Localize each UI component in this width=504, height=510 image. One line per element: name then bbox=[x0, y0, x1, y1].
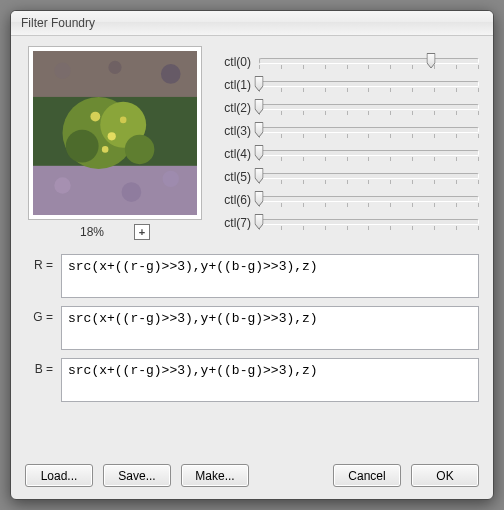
svg-point-15 bbox=[161, 64, 181, 84]
slider-row-ctl5: ctl(5) bbox=[215, 165, 479, 188]
make-button[interactable]: Make... bbox=[181, 464, 249, 487]
svg-point-12 bbox=[54, 177, 70, 193]
slider-thumb[interactable] bbox=[255, 122, 264, 138]
zoom-in-icon[interactable]: + bbox=[134, 224, 150, 240]
slider-row-ctl6: ctl(6) bbox=[215, 188, 479, 211]
slider-label: ctl(7) bbox=[215, 216, 251, 230]
sliders-panel: ctl(0)ctl(1)ctl(2)ctl(3)ctl(4)ctl(5)ctl(… bbox=[215, 46, 479, 240]
ok-button[interactable]: OK bbox=[411, 464, 479, 487]
slider-ctl5[interactable] bbox=[259, 166, 479, 188]
slider-thumb[interactable] bbox=[255, 76, 264, 92]
formula-r-label: R = bbox=[25, 254, 53, 272]
svg-point-8 bbox=[90, 112, 100, 122]
load-button[interactable]: Load... bbox=[25, 464, 93, 487]
slider-label: ctl(5) bbox=[215, 170, 251, 184]
svg-point-6 bbox=[66, 130, 99, 163]
formula-g-input[interactable]: src(x+((r-g)>>3),y+((b-g)>>3),z) bbox=[61, 306, 479, 350]
slider-row-ctl0: ctl(0) bbox=[215, 50, 479, 73]
svg-point-10 bbox=[120, 117, 127, 124]
slider-label: ctl(0) bbox=[215, 55, 251, 69]
formula-b-input[interactable]: src(x+((r-g)>>3),y+((b-g)>>3),z) bbox=[61, 358, 479, 402]
svg-point-11 bbox=[102, 146, 109, 153]
slider-ctl3[interactable] bbox=[259, 120, 479, 142]
slider-label: ctl(1) bbox=[215, 78, 251, 92]
slider-thumb[interactable] bbox=[255, 214, 264, 230]
slider-label: ctl(6) bbox=[215, 193, 251, 207]
slider-ctl2[interactable] bbox=[259, 97, 479, 119]
slider-ctl7[interactable] bbox=[259, 212, 479, 234]
svg-point-14 bbox=[163, 171, 179, 187]
button-row: Load... Save... Make... Cancel OK bbox=[25, 456, 479, 487]
svg-point-9 bbox=[108, 132, 116, 140]
formula-b-label: B = bbox=[25, 358, 53, 376]
slider-ctl6[interactable] bbox=[259, 189, 479, 211]
svg-point-7 bbox=[125, 135, 155, 165]
slider-label: ctl(4) bbox=[215, 147, 251, 161]
slider-row-ctl7: ctl(7) bbox=[215, 211, 479, 234]
formula-r-input[interactable]: src(x+((r-g)>>3),y+((b-g)>>3),z) bbox=[61, 254, 479, 298]
dialog-window: Filter Foundry bbox=[10, 10, 494, 500]
slider-ctl0[interactable] bbox=[259, 51, 479, 73]
svg-point-17 bbox=[108, 61, 121, 74]
slider-row-ctl2: ctl(2) bbox=[215, 96, 479, 119]
slider-ctl4[interactable] bbox=[259, 143, 479, 165]
slider-row-ctl3: ctl(3) bbox=[215, 119, 479, 142]
slider-label: ctl(3) bbox=[215, 124, 251, 138]
slider-thumb[interactable] bbox=[255, 99, 264, 115]
preview-image bbox=[28, 46, 202, 220]
zoom-label: 18% bbox=[80, 225, 104, 239]
slider-ctl1[interactable] bbox=[259, 74, 479, 96]
svg-point-16 bbox=[54, 62, 70, 78]
slider-thumb[interactable] bbox=[255, 168, 264, 184]
slider-thumb[interactable] bbox=[426, 53, 435, 69]
slider-row-ctl4: ctl(4) bbox=[215, 142, 479, 165]
cancel-button[interactable]: Cancel bbox=[333, 464, 401, 487]
client-area: 18% + ctl(0)ctl(1)ctl(2)ctl(3)ctl(4)ctl(… bbox=[11, 36, 493, 499]
svg-point-13 bbox=[122, 182, 142, 202]
window-title: Filter Foundry bbox=[11, 11, 493, 36]
slider-thumb[interactable] bbox=[255, 191, 264, 207]
save-button[interactable]: Save... bbox=[103, 464, 171, 487]
slider-thumb[interactable] bbox=[255, 145, 264, 161]
slider-label: ctl(2) bbox=[215, 101, 251, 115]
formula-g-label: G = bbox=[25, 306, 53, 324]
slider-row-ctl1: ctl(1) bbox=[215, 73, 479, 96]
